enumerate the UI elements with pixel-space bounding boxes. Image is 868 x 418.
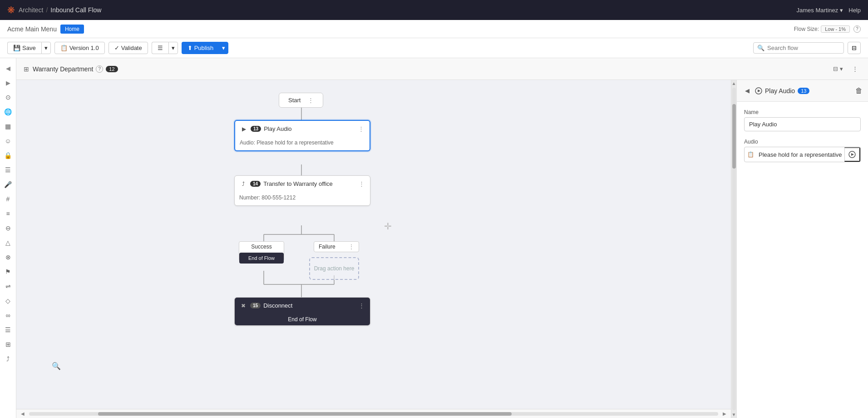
audio-input[interactable] <box>757 148 844 161</box>
audio-field[interactable]: 📋 <box>744 147 861 162</box>
success-label: Success <box>244 244 279 250</box>
more-options-button[interactable]: ⋮ <box>849 64 861 74</box>
sidebar-item-mic[interactable]: 🎤 <box>2 178 15 191</box>
canvas-inner: Start ⋮ ▶ 13 Play Audio ⋮ Audio: Please … <box>16 80 561 418</box>
sidebar-item-home[interactable]: ⊙ <box>2 91 15 104</box>
sidebar-item-lines[interactable]: ☰ <box>2 323 15 336</box>
save-chevron-icon: ▾ <box>44 45 48 51</box>
flow-list-button[interactable]: ☰ <box>152 42 168 54</box>
failure-menu-icon[interactable]: ⋮ <box>349 244 354 250</box>
success-branch: Success End of Flow <box>239 241 284 261</box>
flow-size-badge[interactable]: Low - 1% <box>821 25 850 33</box>
flow-list-dropdown-button[interactable]: ▾ <box>168 42 178 54</box>
sidebar-item-alert[interactable]: △ <box>2 236 15 249</box>
sidebar-item-inbox[interactable]: ▦ <box>2 120 15 133</box>
user-name: James Martinez <box>797 7 838 14</box>
canvas-wrapper: Start ⋮ ▶ 13 Play Audio ⋮ Audio: Please … <box>16 80 868 418</box>
publish-dropdown-button[interactable]: ▾ <box>219 42 228 54</box>
play-circle-icon <box>755 87 762 95</box>
right-panel-back-button[interactable]: ◀ <box>742 85 752 96</box>
failure-branch[interactable]: Failure ⋮ <box>314 241 359 252</box>
audio-field-group: Audio 📋 <box>744 139 861 162</box>
right-panel-delete-button[interactable]: 🗑 <box>855 87 863 95</box>
right-panel-play-icon-circle <box>755 87 762 95</box>
panel-title-help-icon[interactable]: ? <box>96 65 103 73</box>
view-toggle-button[interactable]: ⊟ ▾ <box>830 64 846 74</box>
breadcrumb-current: Inbound Call Flow <box>50 6 101 14</box>
h-scroll-track[interactable] <box>29 412 718 416</box>
start-label: Start <box>288 97 301 104</box>
search-input[interactable] <box>767 45 840 51</box>
node-13[interactable]: ▶ 13 Play Audio ⋮ Audio: Please hold for… <box>234 120 370 151</box>
drag-label: Drag action here <box>314 265 355 272</box>
node-14[interactable]: ⤴ 14 Transfer to Warranty office ⋮ Numbe… <box>234 175 370 206</box>
flow-list-group: ☰ ▾ <box>152 42 178 54</box>
toolbar: 💾 Save ▾ 📋 Version 1.0 ✓ Validate ☰ ▾ ⬆ … <box>0 38 868 58</box>
node-14-header: ⤴ 14 Transfer to Warranty office ⋮ <box>235 176 370 192</box>
app-name: Acme Main Menu <box>7 25 57 33</box>
v-scroll-thumb[interactable] <box>732 104 736 169</box>
sidebar-expand-button[interactable]: ▶ <box>2 76 15 89</box>
sidebar-item-diamond[interactable]: ◇ <box>2 294 15 307</box>
h-scroll-thumb[interactable] <box>98 412 512 416</box>
search-box[interactable]: 🔍 <box>753 42 844 54</box>
user-menu[interactable]: James Martinez ▾ <box>797 7 843 14</box>
sidebar-item-flag[interactable]: ⚑ <box>2 265 15 278</box>
sidebar-item-tree[interactable]: ⊞ <box>2 338 15 351</box>
sidebar-item-external[interactable]: ⤴ <box>2 353 15 365</box>
svg-marker-15 <box>851 153 854 156</box>
zoom-control[interactable]: 🔍 <box>52 362 61 370</box>
scroll-right-button[interactable]: ▶ <box>720 411 729 416</box>
save-icon: 💾 <box>13 45 20 51</box>
sidebar-item-lock[interactable]: 🔒 <box>2 149 15 162</box>
sidebar-item-globe[interactable]: 🌐 <box>2 105 15 118</box>
sidebar-collapse-button[interactable]: ◀ <box>2 62 15 75</box>
publish-button[interactable]: ⬆ Publish <box>182 42 219 54</box>
disconnect-icon: ✖ <box>239 302 247 310</box>
node-14-menu-icon[interactable]: ⋮ <box>358 179 365 188</box>
sidebar-item-hashtag[interactable]: # <box>2 193 15 205</box>
filter-button[interactable]: ⊟ <box>848 42 861 54</box>
sidebar-item-people[interactable]: ☺ <box>2 134 15 147</box>
publish-group: ⬆ Publish ▾ <box>182 42 229 54</box>
top-nav: ❋ Architect / Inbound Call Flow James Ma… <box>0 0 868 20</box>
v-scroll-track[interactable] <box>732 88 736 410</box>
panel-header-left: ⊞ Warranty Department ? 12 <box>24 65 118 73</box>
sidebar-item-chat[interactable]: ⊖ <box>2 222 15 234</box>
canvas-move-icon[interactable]: ✛ <box>384 221 392 232</box>
start-menu-icon[interactable]: ⋮ <box>308 97 314 104</box>
filter-icon: ⊟ <box>852 45 857 51</box>
sidebar-item-menu2[interactable]: ≡ <box>2 207 15 220</box>
audio-play-button[interactable] <box>844 147 860 162</box>
sidebar-item-list[interactable]: ☰ <box>2 164 15 176</box>
sidebar-item-globe2[interactable]: ⊗ <box>2 251 15 264</box>
right-panel-header: ◀ Play Audio 13 🗑 <box>737 80 868 102</box>
panel-header-right: ⊟ ▾ ⋮ <box>830 64 861 74</box>
help-link[interactable]: Help <box>848 7 861 14</box>
drag-action-here[interactable]: Drag action here <box>309 257 359 280</box>
node-15-title: Disconnect <box>263 302 355 309</box>
top-nav-left: ❋ Architect / Inbound Call Flow <box>7 5 101 15</box>
canvas[interactable]: Start ⋮ ▶ 13 Play Audio ⋮ Audio: Please … <box>16 80 731 418</box>
tab-home[interactable]: Home <box>60 25 84 34</box>
sidebar-item-shuffle[interactable]: ⇌ <box>2 280 15 293</box>
node-13-menu-icon[interactable]: ⋮ <box>357 124 365 133</box>
sidebar-item-infinity[interactable]: ∞ <box>2 309 15 322</box>
save-button[interactable]: 💾 Save <box>7 42 41 54</box>
canvas-scrollbar-h[interactable]: ◀ ▶ <box>16 409 731 418</box>
failure-label: Failure <box>319 244 335 250</box>
node-15-menu-icon[interactable]: ⋮ <box>358 301 365 310</box>
breadcrumb-parent[interactable]: Architect <box>19 6 43 14</box>
svg-marker-13 <box>758 90 760 92</box>
flow-size-help-icon[interactable]: ? <box>853 25 861 33</box>
node-15[interactable]: ✖ 15 Disconnect ⋮ End of Flow <box>234 297 370 326</box>
v-scrollbar[interactable]: ▲ ▼ <box>731 80 736 418</box>
name-input[interactable] <box>744 117 861 131</box>
scroll-left-button[interactable]: ◀ <box>18 411 27 416</box>
audio-label: Audio <box>744 139 861 145</box>
version-button[interactable]: 📋 Version 1.0 <box>54 42 105 54</box>
validate-button[interactable]: ✓ Validate <box>108 42 148 54</box>
sub-nav: Acme Main Menu Home Flow Size: Low - 1% … <box>0 20 868 38</box>
flow-size-label: Flow Size: Low - 1% <box>794 25 850 33</box>
save-dropdown-button[interactable]: ▾ <box>41 42 51 54</box>
